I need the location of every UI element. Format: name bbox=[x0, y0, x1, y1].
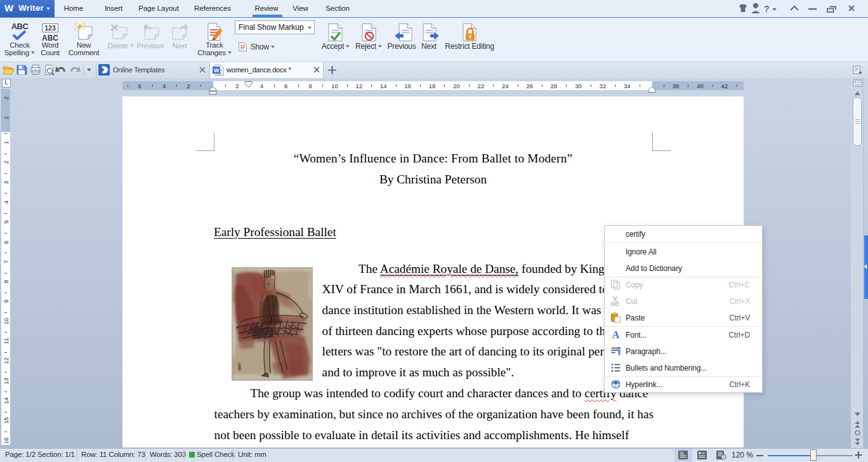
svg-text:123: 123 bbox=[44, 24, 56, 32]
svg-text:A: A bbox=[612, 329, 620, 340]
svg-text:W: W bbox=[214, 67, 220, 74]
svg-text:?: ? bbox=[764, 4, 770, 14]
